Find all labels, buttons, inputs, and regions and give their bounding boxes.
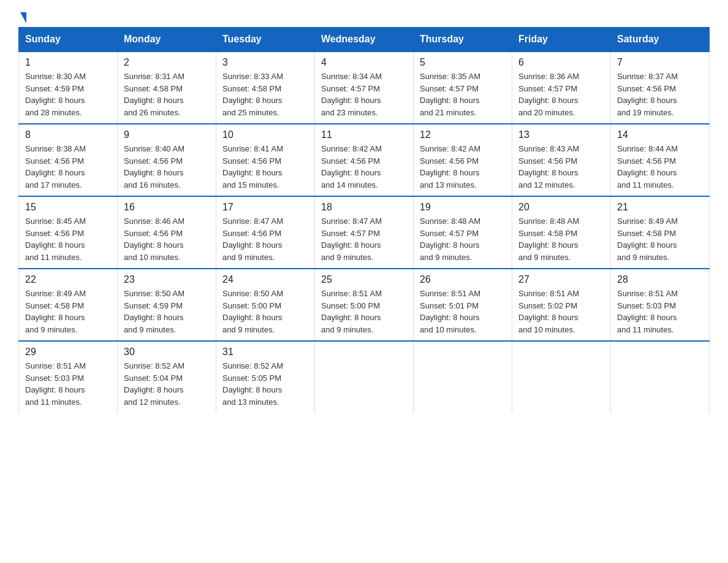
column-header-tuesday: Tuesday [216, 28, 315, 52]
day-number: 7 [617, 57, 703, 68]
day-info: Sunrise: 8:41 AMSunset: 4:56 PMDaylight:… [222, 143, 308, 191]
calendar-cell: 31 Sunrise: 8:52 AMSunset: 5:05 PMDaylig… [216, 341, 315, 413]
day-info: Sunrise: 8:34 AMSunset: 4:57 PMDaylight:… [321, 71, 407, 118]
calendar-cell [512, 341, 611, 413]
calendar-cell [611, 341, 710, 413]
column-header-thursday: Thursday [414, 28, 512, 52]
calendar-cell: 1 Sunrise: 8:30 AMSunset: 4:59 PMDayligh… [19, 52, 118, 124]
day-number: 26 [420, 274, 506, 285]
day-number: 22 [25, 274, 111, 285]
day-info: Sunrise: 8:51 AMSunset: 5:03 PMDaylight:… [25, 360, 111, 408]
calendar-cell: 10 Sunrise: 8:41 AMSunset: 4:56 PMDaylig… [216, 124, 315, 196]
calendar-cell: 16 Sunrise: 8:46 AMSunset: 4:56 PMDaylig… [118, 196, 216, 269]
calendar-cell: 26 Sunrise: 8:51 AMSunset: 5:01 PMDaylig… [414, 269, 512, 341]
logo [18, 12, 26, 21]
day-number: 8 [25, 129, 111, 140]
calendar-cell: 18 Sunrise: 8:47 AMSunset: 4:57 PMDaylig… [315, 196, 414, 269]
calendar-cell: 11 Sunrise: 8:42 AMSunset: 4:56 PMDaylig… [315, 124, 414, 196]
calendar-cell: 20 Sunrise: 8:48 AMSunset: 4:58 PMDaylig… [512, 196, 611, 269]
day-number: 14 [617, 129, 703, 140]
day-number: 10 [222, 129, 308, 140]
calendar-cell: 23 Sunrise: 8:50 AMSunset: 4:59 PMDaylig… [118, 269, 216, 341]
calendar-week-4: 22 Sunrise: 8:49 AMSunset: 4:58 PMDaylig… [19, 269, 710, 341]
calendar-cell: 7 Sunrise: 8:37 AMSunset: 4:56 PMDayligh… [611, 52, 710, 124]
calendar-week-5: 29 Sunrise: 8:51 AMSunset: 5:03 PMDaylig… [19, 341, 710, 413]
day-info: Sunrise: 8:30 AMSunset: 4:59 PMDaylight:… [25, 71, 111, 118]
day-info: Sunrise: 8:31 AMSunset: 4:58 PMDaylight:… [124, 71, 210, 118]
day-number: 9 [124, 129, 210, 140]
page-header [18, 12, 710, 21]
day-number: 19 [420, 202, 506, 213]
day-info: Sunrise: 8:50 AMSunset: 4:59 PMDaylight:… [124, 288, 210, 335]
calendar-cell: 24 Sunrise: 8:50 AMSunset: 5:00 PMDaylig… [216, 269, 315, 341]
day-info: Sunrise: 8:42 AMSunset: 4:56 PMDaylight:… [321, 143, 407, 191]
day-info: Sunrise: 8:42 AMSunset: 4:56 PMDaylight:… [420, 143, 506, 191]
day-number: 11 [321, 129, 407, 140]
day-info: Sunrise: 8:44 AMSunset: 4:56 PMDaylight:… [617, 143, 703, 191]
day-number: 12 [420, 129, 506, 140]
day-number: 31 [222, 347, 308, 358]
calendar-cell: 3 Sunrise: 8:33 AMSunset: 4:58 PMDayligh… [216, 52, 315, 124]
day-number: 16 [124, 202, 210, 213]
day-number: 23 [124, 274, 210, 285]
calendar-week-3: 15 Sunrise: 8:45 AMSunset: 4:56 PMDaylig… [19, 196, 710, 269]
calendar-week-2: 8 Sunrise: 8:38 AMSunset: 4:56 PMDayligh… [19, 124, 710, 196]
calendar-cell: 27 Sunrise: 8:51 AMSunset: 5:02 PMDaylig… [512, 269, 611, 341]
calendar-header-row: SundayMondayTuesdayWednesdayThursdayFrid… [19, 28, 710, 52]
calendar-table: SundayMondayTuesdayWednesdayThursdayFrid… [18, 27, 710, 413]
calendar-cell: 2 Sunrise: 8:31 AMSunset: 4:58 PMDayligh… [118, 52, 216, 124]
column-header-friday: Friday [512, 28, 611, 52]
calendar-cell: 12 Sunrise: 8:42 AMSunset: 4:56 PMDaylig… [414, 124, 512, 196]
day-info: Sunrise: 8:35 AMSunset: 4:57 PMDaylight:… [420, 71, 506, 118]
day-info: Sunrise: 8:51 AMSunset: 5:00 PMDaylight:… [321, 288, 407, 335]
calendar-cell [414, 341, 512, 413]
calendar-cell: 15 Sunrise: 8:45 AMSunset: 4:56 PMDaylig… [19, 196, 118, 269]
day-info: Sunrise: 8:47 AMSunset: 4:57 PMDaylight:… [321, 215, 407, 263]
day-info: Sunrise: 8:47 AMSunset: 4:56 PMDaylight:… [222, 215, 308, 263]
calendar-cell: 19 Sunrise: 8:48 AMSunset: 4:57 PMDaylig… [414, 196, 512, 269]
day-number: 2 [124, 57, 210, 68]
day-number: 20 [518, 202, 604, 213]
day-info: Sunrise: 8:52 AMSunset: 5:05 PMDaylight:… [222, 360, 308, 408]
calendar-cell: 4 Sunrise: 8:34 AMSunset: 4:57 PMDayligh… [315, 52, 414, 124]
day-number: 24 [222, 274, 308, 285]
calendar-cell: 22 Sunrise: 8:49 AMSunset: 4:58 PMDaylig… [19, 269, 118, 341]
logo-triangle-icon [20, 12, 26, 23]
calendar-cell: 6 Sunrise: 8:36 AMSunset: 4:57 PMDayligh… [512, 52, 611, 124]
day-info: Sunrise: 8:48 AMSunset: 4:58 PMDaylight:… [518, 215, 604, 263]
day-info: Sunrise: 8:48 AMSunset: 4:57 PMDaylight:… [420, 215, 506, 263]
day-info: Sunrise: 8:38 AMSunset: 4:56 PMDaylight:… [25, 143, 111, 191]
day-number: 15 [25, 202, 111, 213]
column-header-sunday: Sunday [19, 28, 118, 52]
day-number: 28 [617, 274, 703, 285]
day-info: Sunrise: 8:52 AMSunset: 5:04 PMDaylight:… [124, 360, 210, 408]
day-number: 1 [25, 57, 111, 68]
day-info: Sunrise: 8:45 AMSunset: 4:56 PMDaylight:… [25, 215, 111, 263]
day-info: Sunrise: 8:51 AMSunset: 5:02 PMDaylight:… [518, 288, 604, 335]
day-number: 29 [25, 347, 111, 358]
day-info: Sunrise: 8:43 AMSunset: 4:56 PMDaylight:… [518, 143, 604, 191]
day-number: 25 [321, 274, 407, 285]
day-info: Sunrise: 8:40 AMSunset: 4:56 PMDaylight:… [124, 143, 210, 191]
calendar-cell: 21 Sunrise: 8:49 AMSunset: 4:58 PMDaylig… [611, 196, 710, 269]
column-header-wednesday: Wednesday [315, 28, 414, 52]
day-info: Sunrise: 8:51 AMSunset: 5:03 PMDaylight:… [617, 288, 703, 335]
calendar-cell: 13 Sunrise: 8:43 AMSunset: 4:56 PMDaylig… [512, 124, 611, 196]
calendar-cell: 14 Sunrise: 8:44 AMSunset: 4:56 PMDaylig… [611, 124, 710, 196]
calendar-cell: 28 Sunrise: 8:51 AMSunset: 5:03 PMDaylig… [611, 269, 710, 341]
day-info: Sunrise: 8:49 AMSunset: 4:58 PMDaylight:… [25, 288, 111, 335]
calendar-cell: 8 Sunrise: 8:38 AMSunset: 4:56 PMDayligh… [19, 124, 118, 196]
day-info: Sunrise: 8:37 AMSunset: 4:56 PMDaylight:… [617, 71, 703, 118]
calendar-cell: 29 Sunrise: 8:51 AMSunset: 5:03 PMDaylig… [19, 341, 118, 413]
column-header-monday: Monday [118, 28, 216, 52]
day-info: Sunrise: 8:33 AMSunset: 4:58 PMDaylight:… [222, 71, 308, 118]
calendar-cell: 25 Sunrise: 8:51 AMSunset: 5:00 PMDaylig… [315, 269, 414, 341]
day-number: 18 [321, 202, 407, 213]
calendar-cell: 17 Sunrise: 8:47 AMSunset: 4:56 PMDaylig… [216, 196, 315, 269]
day-info: Sunrise: 8:46 AMSunset: 4:56 PMDaylight:… [124, 215, 210, 263]
day-number: 13 [518, 129, 604, 140]
day-number: 3 [222, 57, 308, 68]
day-number: 4 [321, 57, 407, 68]
calendar-cell: 30 Sunrise: 8:52 AMSunset: 5:04 PMDaylig… [118, 341, 216, 413]
day-info: Sunrise: 8:51 AMSunset: 5:01 PMDaylight:… [420, 288, 506, 335]
